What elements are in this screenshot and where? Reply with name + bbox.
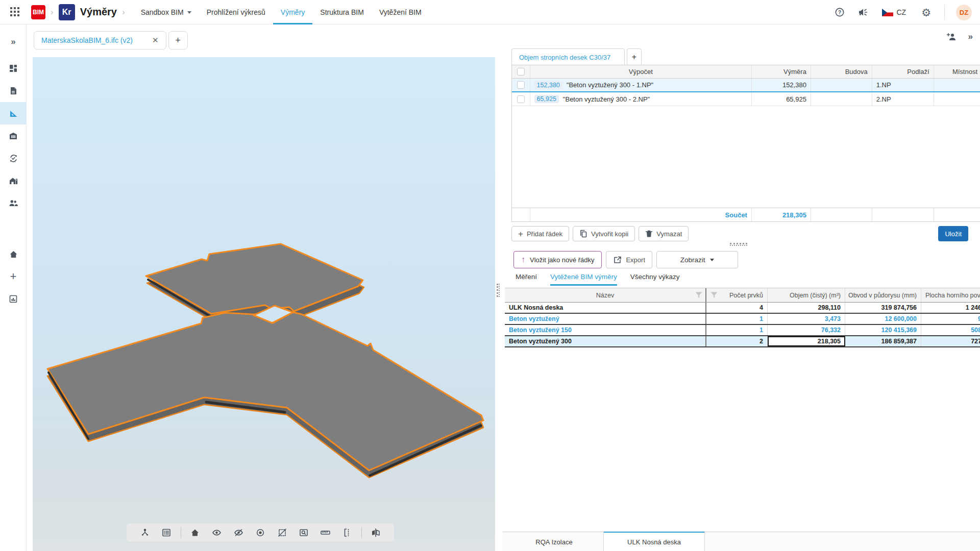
col-nazev: Název	[596, 292, 614, 299]
sheet-tab-ulk-nosna-deska[interactable]: ULK Nosná deska	[604, 532, 705, 551]
section-splitter-handle[interactable]	[730, 243, 747, 246]
collapse-panel-icon[interactable]: »	[968, 32, 973, 42]
filter-funnel-icon[interactable]	[710, 292, 718, 298]
close-icon[interactable]: ✕	[152, 36, 159, 45]
share-user-icon[interactable]	[946, 32, 957, 42]
cell-area[interactable]: 727	[921, 336, 980, 346]
row-checkbox[interactable]	[517, 81, 525, 89]
formula-text[interactable]: "Beton vyztužený 300 - 1.NP"	[567, 81, 653, 89]
cell-count[interactable]: 1	[706, 314, 768, 324]
sidebar-item-documents[interactable]	[0, 80, 27, 102]
cell-vymera[interactable]: 152,380	[752, 79, 811, 91]
sidebar-item-dashboard[interactable]	[0, 57, 27, 80]
calc-tab[interactable]: Objem stropních desek C30/37	[511, 48, 625, 65]
compare-icon[interactable]	[368, 525, 383, 540]
measure-icon[interactable]	[318, 525, 333, 540]
sidebar-item-home[interactable]	[0, 243, 27, 265]
help-icon[interactable]: ?	[835, 7, 845, 17]
add-row-button[interactable]: + Přidat řádek	[511, 226, 569, 241]
extract-row-selected[interactable]: Beton vyztužený 300 2 218,305 186 859,38…	[505, 336, 980, 347]
cell-budova[interactable]	[811, 79, 872, 91]
cell-budova[interactable]	[811, 92, 872, 106]
cell-name[interactable]: Beton vyztužený	[505, 314, 706, 324]
cell-count[interactable]: 4	[706, 303, 768, 313]
copy-button[interactable]: Vytvořit kopii	[573, 226, 635, 241]
cell-perimeter[interactable]: 120 415,369	[845, 325, 921, 335]
sidebar-item-team[interactable]	[0, 192, 27, 214]
calc-row[interactable]: 65,925 "Beton vyztužený 300 - 2.NP" 65,9…	[512, 92, 980, 106]
sidebar-item-construction[interactable]	[0, 169, 27, 192]
sidebar-expand-button[interactable]: »	[0, 31, 27, 53]
cell-volume[interactable]: 298,110	[768, 303, 845, 313]
cell-mistnost[interactable]	[934, 92, 980, 106]
add-calc-tab-button[interactable]: +	[627, 48, 642, 65]
model-canvas[interactable]	[33, 57, 495, 551]
cell-area[interactable]: 1 246	[921, 303, 980, 313]
model-tree-icon[interactable]	[137, 525, 153, 540]
nav-item-struktura[interactable]: Struktura BIM	[312, 0, 372, 24]
cell-count[interactable]: 1	[706, 325, 768, 335]
flag-cz-icon[interactable]: CZ	[882, 8, 906, 16]
nav-item-prohlizeni[interactable]: Prohlížení výkresů	[199, 0, 273, 24]
nav-item-vytezeni[interactable]: Vytěžení BIM	[372, 0, 429, 24]
apps-grid-icon[interactable]	[10, 7, 20, 17]
file-tab[interactable]: MaterskaSkolaBIM_6.ifc (v2) ✕	[34, 31, 166, 49]
nav-item-sandbox[interactable]: Sandbox BIM	[133, 0, 199, 24]
panel-splitter-handle[interactable]	[497, 284, 500, 297]
cell-podlazi[interactable]: 1.NP	[872, 79, 934, 91]
cell-vymera[interactable]: 65,925	[752, 92, 811, 106]
cell-name[interactable]: ULK Nosná deska	[505, 303, 706, 313]
show-icon[interactable]	[209, 525, 225, 540]
cell-perimeter[interactable]: 186 859,387	[845, 336, 921, 346]
section-icon[interactable]	[339, 525, 355, 540]
cell-perimeter[interactable]: 319 874,756	[845, 303, 921, 313]
nav-item-vymery[interactable]: Výměry	[273, 0, 312, 24]
tab-vytezene-bim-vymery[interactable]: Vytěžené BIM výměry	[550, 273, 617, 286]
cell-area[interactable]: 508	[921, 325, 980, 335]
sidebar-item-sync[interactable]	[0, 147, 27, 169]
cell-volume-selected[interactable]: 218,305	[768, 336, 845, 346]
tab-vsechny-vykazy[interactable]: Všechny výkazy	[630, 273, 680, 286]
announcement-icon[interactable]	[858, 7, 869, 17]
sidebar-item-measurements[interactable]	[0, 102, 27, 124]
cell-mistnost[interactable]	[934, 79, 980, 91]
extract-row[interactable]: Beton vyztužený 150 1 76,332 120 415,369…	[505, 325, 980, 336]
display-dropdown[interactable]: Zobrazit	[656, 251, 738, 268]
calc-row[interactable]: 152,380 "Beton vyztužený 300 - 1.NP" 152…	[512, 79, 980, 92]
home-view-icon[interactable]	[187, 525, 203, 540]
properties-icon[interactable]	[159, 525, 174, 540]
cell-name[interactable]: Beton vyztužený 150	[505, 325, 706, 335]
hide-icon[interactable]	[231, 525, 246, 540]
zoom-window-icon[interactable]	[296, 525, 311, 540]
avatar[interactable]: DZ	[956, 5, 972, 20]
sidebar-item-warehouse[interactable]	[0, 124, 27, 147]
select-all-checkbox[interactable]	[517, 68, 525, 76]
filter-funnel-icon[interactable]	[695, 292, 702, 298]
cell-perimeter[interactable]: 12 600,000	[845, 314, 921, 324]
kros-logo[interactable]: Kr	[59, 4, 75, 20]
cell-count[interactable]: 2	[706, 336, 768, 346]
tab-mereni[interactable]: Měření	[516, 273, 537, 286]
formula-text[interactable]: "Beton vyztužený 300 - 2.NP"	[563, 95, 650, 103]
add-file-tab-button[interactable]: +	[168, 31, 188, 49]
bim-logo[interactable]: BIM	[31, 5, 45, 19]
row-checkbox[interactable]	[517, 95, 525, 103]
export-button[interactable]: Export	[606, 251, 652, 268]
cell-name[interactable]: Beton vyztužený 300	[505, 336, 706, 346]
settings-gear-icon[interactable]: ⚙	[921, 7, 931, 18]
delete-button[interactable]: Vymazat	[639, 226, 689, 241]
cell-podlazi[interactable]: 2.NP	[872, 92, 934, 106]
export-label: Export	[626, 256, 645, 264]
sheet-tab-rqa-izolace[interactable]: RQA Izolace	[505, 532, 604, 551]
insert-rows-button[interactable]: ↑ Vložit jako nové řádky	[513, 251, 602, 268]
extract-row-group[interactable]: ULK Nosná deska 4 298,110 319 874,756 1 …	[505, 303, 980, 314]
cell-volume[interactable]: 3,473	[768, 314, 845, 324]
extract-row[interactable]: Beton vyztužený 1 3,473 12 600,000 9	[505, 314, 980, 325]
sidebar-item-reports[interactable]	[0, 288, 27, 310]
save-button[interactable]: Uložit	[938, 226, 968, 241]
cell-area[interactable]: 9	[921, 314, 980, 324]
isolate-icon[interactable]	[253, 525, 268, 540]
clear-selection-icon[interactable]	[275, 525, 290, 540]
cell-volume[interactable]: 76,332	[768, 325, 845, 335]
sidebar-item-add[interactable]: +	[0, 265, 27, 288]
